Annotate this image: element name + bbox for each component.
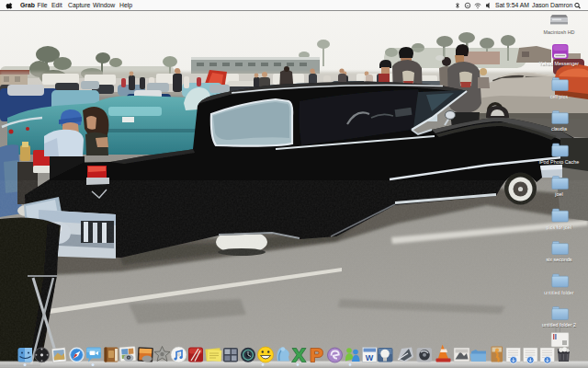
svg-text:Macintosh HD: Macintosh HD	[544, 29, 575, 35]
svg-text:Capture: Capture	[68, 2, 90, 9]
svg-text:cell pics: cell pics	[550, 94, 568, 99]
svg-text:iPod Photo Cache: iPod Photo Cache	[539, 159, 579, 165]
svg-text:Help: Help	[119, 2, 132, 9]
svg-text:joel: joel	[554, 191, 562, 197]
svg-text:untitled folder: untitled folder	[544, 290, 574, 295]
svg-text:Yahoo Messenger: Yahoo Messenger	[539, 61, 580, 66]
svg-text:untitled folder 2: untitled folder 2	[542, 322, 576, 328]
svg-text:File: File	[38, 2, 48, 8]
svg-text:claudia: claudia	[551, 126, 567, 132]
svg-text:W: W	[366, 353, 374, 362]
svg-text:Window: Window	[93, 2, 115, 8]
svg-text:Jason Damron: Jason Damron	[532, 2, 572, 8]
svg-text:Sat 9:54 AM: Sat 9:54 AM	[495, 2, 529, 8]
svg-text:Grab: Grab	[20, 2, 35, 8]
svg-text:Edit: Edit	[51, 2, 62, 8]
svg-text:six seconds: six seconds	[546, 257, 571, 262]
svg-text:pics for joel: pics for joel	[547, 224, 571, 230]
